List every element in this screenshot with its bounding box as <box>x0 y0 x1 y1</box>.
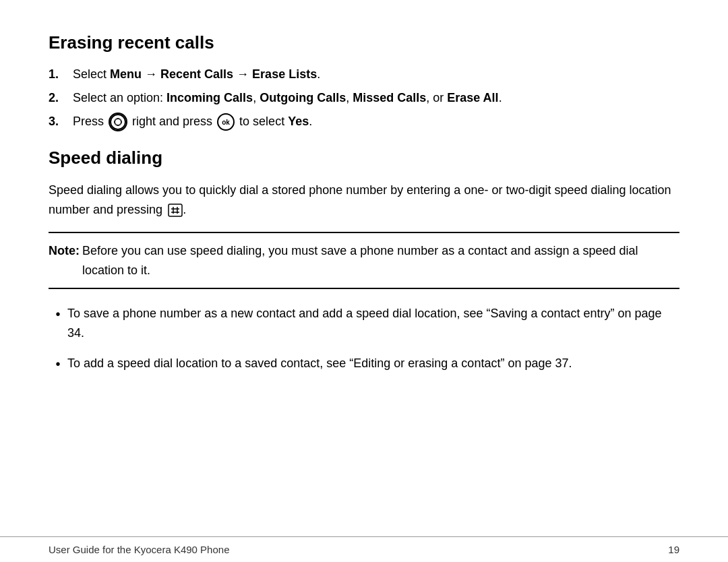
speed-body-before: Speed dialing allows you to quickly dial… <box>49 183 671 216</box>
page-content: Erasing recent calls 1. Select Menu → Re… <box>0 0 728 536</box>
phone-key-icon <box>168 204 183 217</box>
step-2-number: 2. <box>49 89 73 107</box>
note-label: Note: <box>49 241 80 261</box>
svg-rect-0 <box>169 204 182 216</box>
page-footer: User Guide for the Kyocera K490 Phone 19 <box>0 536 728 562</box>
yes-label: Yes <box>288 115 309 128</box>
section-erasing: Erasing recent calls 1. Select Menu → Re… <box>49 32 679 131</box>
speed-dialing-title: Speed dialing <box>49 148 679 168</box>
section-speed: Speed dialing Speed dialing allows you t… <box>49 148 679 374</box>
footer-left: User Guide for the Kyocera K490 Phone <box>49 544 230 555</box>
footer-right: 19 <box>668 544 679 555</box>
outgoing-calls-label: Outgoing Calls <box>260 91 346 104</box>
erasing-title: Erasing recent calls <box>49 32 679 53</box>
erasing-steps: 1. Select Menu → Recent Calls → Erase Li… <box>49 65 679 131</box>
bullet-dot-2: • <box>49 354 67 374</box>
step-2-content: Select an option: Incoming Calls, Outgoi… <box>73 89 679 107</box>
bullet-list: • To save a phone number as a new contac… <box>49 304 679 374</box>
menu-label: Menu <box>110 67 142 81</box>
bullet-text-2: To add a speed dial location to a saved … <box>67 354 679 373</box>
incoming-calls-label: Incoming Calls <box>166 91 253 104</box>
note-box: Note: Before you can use speed dialing, … <box>49 232 679 290</box>
step-3-number: 3. <box>49 113 73 131</box>
step-3: 3. Press right and press ok to select Ye… <box>49 113 679 131</box>
erase-lists-label: Erase Lists <box>252 67 317 81</box>
bullet-item-2: • To add a speed dial location to a save… <box>49 354 679 374</box>
erase-all-label: Erase All <box>447 91 498 104</box>
missed-calls-label: Missed Calls <box>353 91 426 104</box>
step-1-content: Select Menu → Recent Calls → Erase Lists… <box>73 65 679 84</box>
speed-body-after: . <box>183 203 186 216</box>
nav-icon <box>109 113 127 131</box>
step-1: 1. Select Menu → Recent Calls → Erase Li… <box>49 65 679 84</box>
bullet-item-1: • To save a phone number as a new contac… <box>49 304 679 343</box>
step-2: 2. Select an option: Incoming Calls, Out… <box>49 89 679 107</box>
speed-body: Speed dialing allows you to quickly dial… <box>49 181 679 220</box>
note-text: Before you can use speed dialing, you mu… <box>82 241 679 280</box>
recent-calls-label: Recent Calls <box>160 67 233 81</box>
ok-icon: ok <box>217 113 235 131</box>
step-3-content: Press right and press ok to select Yes. <box>73 113 679 131</box>
step-1-number: 1. <box>49 65 73 84</box>
bullet-dot-1: • <box>49 304 67 324</box>
bullet-text-1: To save a phone number as a new contact … <box>67 304 679 343</box>
